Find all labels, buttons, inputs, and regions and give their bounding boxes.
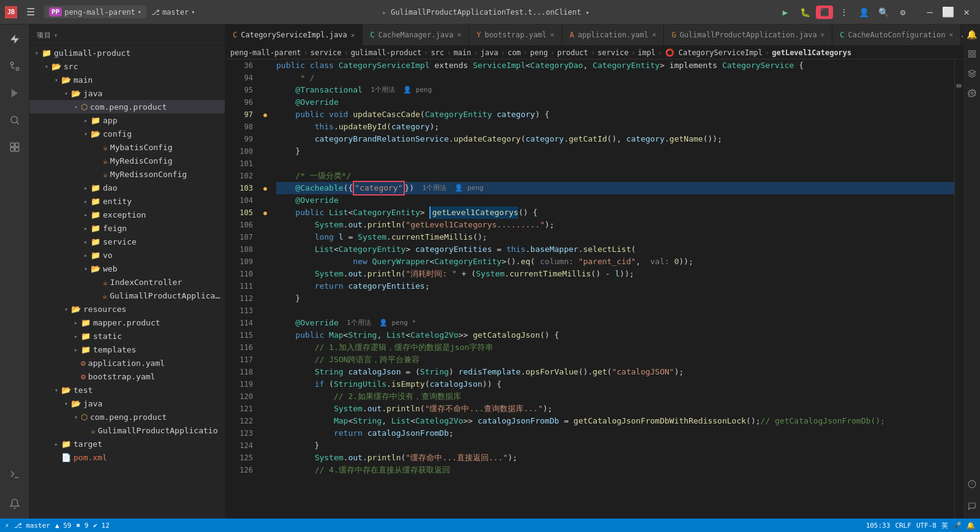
close-button[interactable]: ✕ xyxy=(958,4,975,21)
tree-item-pom[interactable]: 📄 pom.xml xyxy=(29,450,225,464)
statusbar-info[interactable]: ✔ 12 xyxy=(93,522,110,530)
tab-gulimall[interactable]: G GulimallProductApplication.java ✕ xyxy=(664,25,832,45)
tree-item-app[interactable]: 📁 app xyxy=(29,113,225,127)
tab-close-icon[interactable]: ✕ xyxy=(351,31,355,39)
tree-item-java-main[interactable]: 📂 java xyxy=(29,86,225,100)
statusbar-right: 105:33 CRLF UTF-8 英 🎤 🔔 xyxy=(866,521,975,530)
tab-close-icon[interactable]: ✕ xyxy=(949,31,953,39)
activity-plugins[interactable] xyxy=(2,135,27,159)
tree-item-dao[interactable]: 📁 dao xyxy=(29,181,225,194)
tree-item-index-controller[interactable]: ☕ IndexController xyxy=(29,275,225,289)
statusbar-lang[interactable]: 英 xyxy=(941,521,948,530)
editor-area: C CategoryServiceImpl.java ✕ C CacheMana… xyxy=(225,25,963,519)
tree-item-mapper[interactable]: 📁 mapper.product xyxy=(29,316,225,329)
tab-cache-manager[interactable]: C CacheManager.java ✕ xyxy=(363,25,469,45)
right-icon-bottom-1[interactable] xyxy=(965,477,979,492)
tree-item-service[interactable]: 📁 service xyxy=(29,235,225,248)
tree-item-mybatis-config[interactable]: ☕ MybatisConfig xyxy=(29,140,225,154)
statusbar-notification[interactable]: 🔔 xyxy=(967,522,975,530)
tree-item-static[interactable]: 📁 static xyxy=(29,329,225,343)
breadcrumb-item[interactable]: java xyxy=(481,48,499,57)
activity-notifications[interactable] xyxy=(2,492,27,516)
code-editor[interactable]: public class CategoryServiceImpl extends… xyxy=(271,59,954,519)
statusbar-encoding[interactable]: UTF-8 xyxy=(916,522,937,530)
run-button[interactable]: ▶ xyxy=(777,4,794,21)
tree-item-bootstrap-yaml[interactable]: ⚙ bootstrap.yaml xyxy=(29,370,225,383)
breadcrumb-item[interactable]: getLevel1Categorys xyxy=(772,48,851,57)
tree-item-exception[interactable]: 📁 exception xyxy=(29,208,225,221)
tree-item-src[interactable]: 📂 src xyxy=(29,59,225,73)
tab-close-icon[interactable]: ✕ xyxy=(550,31,554,39)
statusbar-mic[interactable]: 🎤 xyxy=(953,522,962,530)
tab-application[interactable]: A application.yaml ✕ xyxy=(562,25,664,45)
breadcrumb-item[interactable]: product xyxy=(557,48,589,57)
statusbar-errors[interactable]: ✖ 9 xyxy=(76,522,88,530)
run-config-selector[interactable]: ▸ GulimallProductApplicationTest.t...onC… xyxy=(200,8,772,17)
statusbar-position[interactable]: 105:33 xyxy=(866,522,891,530)
statusbar-warnings[interactable]: ▲ 59 xyxy=(55,522,72,530)
breadcrumb-item[interactable]: com xyxy=(508,48,521,57)
tree-label: java xyxy=(83,399,102,408)
tree-item-application-yaml[interactable]: ⚙ application.yaml xyxy=(29,356,225,370)
maximize-button[interactable]: ⬜ xyxy=(940,4,957,21)
breadcrumb-item[interactable]: impl xyxy=(638,48,655,57)
tree-item-my-redis-config[interactable]: ☕ MyRedisConfig xyxy=(29,154,225,167)
statusbar-branch[interactable]: ⎇ master xyxy=(14,522,50,530)
right-icon-1[interactable]: 🔔 xyxy=(965,27,979,42)
debug-button[interactable]: 🐛 xyxy=(796,4,813,21)
tree-item-config[interactable]: 📂 config xyxy=(29,127,225,140)
right-icon-2[interactable] xyxy=(965,47,979,61)
scrollbar-thumb[interactable] xyxy=(956,84,962,88)
tab-cache-auto[interactable]: C CacheAutoConfiguration ✕ xyxy=(832,25,961,45)
tab-category-service-impl[interactable]: C CategoryServiceImpl.java ✕ xyxy=(225,25,363,45)
tree-item-com-peng-product[interactable]: ⬡ com.peng.product xyxy=(29,100,225,113)
right-icon-4[interactable] xyxy=(965,86,979,101)
breadcrumb-item[interactable]: peng-mall-parent xyxy=(230,48,301,57)
breadcrumb-item[interactable]: main xyxy=(453,48,471,57)
tree-item-vo[interactable]: 📁 vo xyxy=(29,248,225,262)
breadcrumb-item[interactable]: peng xyxy=(530,48,548,57)
tree-item-main[interactable]: 📂 main xyxy=(29,73,225,86)
minimize-button[interactable]: — xyxy=(921,4,938,21)
tab-bootstrap[interactable]: Y bootstrap.yaml ✕ xyxy=(469,25,562,45)
activity-git[interactable] xyxy=(2,54,27,78)
tree-item-resources[interactable]: 📂 resources xyxy=(29,302,225,316)
right-icon-bottom-2[interactable] xyxy=(965,499,979,514)
tree-item-gulimall-app-main[interactable]: ☕ GulimallProductApplicatio xyxy=(29,289,225,302)
tree-item-target[interactable]: 📁 target xyxy=(29,437,225,450)
tree-item-templates[interactable]: 📁 templates xyxy=(29,343,225,356)
menu-button[interactable]: ☰ xyxy=(22,4,39,21)
right-icon-3[interactable] xyxy=(965,66,979,81)
statusbar-line-sep[interactable]: CRLF xyxy=(895,522,911,530)
breadcrumb-item[interactable]: ⭕ CategoryServiceImpl xyxy=(665,48,763,57)
breadcrumb-item[interactable]: service xyxy=(311,48,342,57)
tab-close-icon[interactable]: ✕ xyxy=(652,31,657,39)
stop-button[interactable]: ⬛ xyxy=(816,6,833,19)
breadcrumb-item[interactable]: service xyxy=(598,48,629,57)
tree-item-web[interactable]: 📂 web xyxy=(29,262,225,275)
activity-search[interactable] xyxy=(2,108,27,132)
activity-run[interactable] xyxy=(2,81,27,105)
activity-explorer[interactable] xyxy=(2,27,27,51)
breadcrumb-item[interactable]: gulimall-product xyxy=(351,48,422,57)
activity-terminal[interactable] xyxy=(2,462,27,487)
tree-item-my-redisson-config[interactable]: ☕ MyRedissonConfig xyxy=(29,167,225,181)
search-button[interactable]: 🔍 xyxy=(875,4,892,21)
more-actions-button[interactable]: ⋮ xyxy=(835,4,853,21)
tree-item-entity[interactable]: 📁 entity xyxy=(29,194,225,208)
tree-item-gulimall-product[interactable]: 📁 gulimall-product xyxy=(29,46,225,59)
tab-close-icon[interactable]: ✕ xyxy=(457,31,461,39)
tree-item-gulimall-app-test[interactable]: ☕ GulimallProductApplicatio xyxy=(29,424,225,437)
breadcrumb-item[interactable]: src xyxy=(431,48,444,57)
tree-item-java-test[interactable]: 📂 java xyxy=(29,397,225,410)
project-selector[interactable]: PP peng-mall-parent ▾ xyxy=(44,6,146,18)
tree-item-feign[interactable]: 📁 feign xyxy=(29,221,225,235)
scrollbar-track[interactable] xyxy=(954,59,963,519)
statusbar-git-icon[interactable]: ⚡ xyxy=(5,522,9,530)
tab-close-icon[interactable]: ✕ xyxy=(821,31,825,39)
tree-item-test[interactable]: 📂 test xyxy=(29,383,225,397)
profile-button[interactable]: 👤 xyxy=(855,4,872,21)
settings-button[interactable]: ⚙ xyxy=(894,4,911,21)
branch-selector[interactable]: ⎇ master ▾ xyxy=(151,8,195,17)
tree-item-com-peng-product-test[interactable]: ⬡ com.peng.product xyxy=(29,410,225,424)
